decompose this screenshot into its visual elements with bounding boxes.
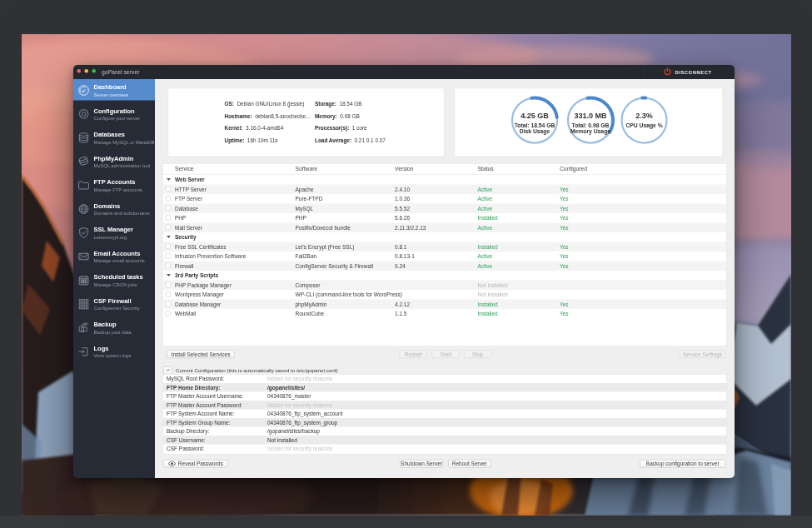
svg-text:4.25 GB: 4.25 GB bbox=[521, 112, 549, 120]
svg-text:CPU Usage %: CPU Usage % bbox=[625, 122, 662, 129]
svg-text:2.3%: 2.3% bbox=[635, 112, 653, 120]
svg-text:Total: 18.54 GB: Total: 18.54 GB bbox=[515, 122, 555, 128]
svg-text:Memory Usage: Memory Usage bbox=[570, 128, 610, 135]
svg-text:Disk Usage: Disk Usage bbox=[520, 128, 550, 135]
svg-text:Total: 0.98 GB: Total: 0.98 GB bbox=[572, 122, 610, 128]
svg-text:331.0 MB: 331.0 MB bbox=[574, 112, 607, 120]
